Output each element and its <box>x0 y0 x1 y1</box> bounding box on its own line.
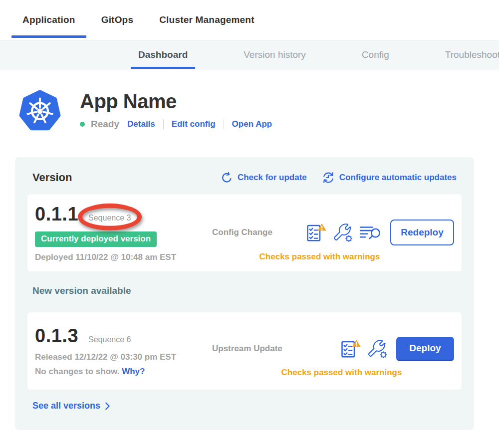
configure-automatic-updates-label: Configure automatic updates <box>339 173 457 183</box>
app-header-text: App Name Ready Details Edit config Open … <box>80 89 272 131</box>
kubernetes-logo-icon <box>19 89 61 131</box>
deploy-button[interactable]: Deploy <box>396 337 454 361</box>
tab-troubleshoot[interactable]: Troubleshoot <box>445 40 499 69</box>
version-source-label: Config Change <box>212 227 272 237</box>
no-changes-note: No changes to show. Why? <box>35 367 207 377</box>
tab-label: Dashboard <box>138 49 188 60</box>
app-name-title: App Name <box>80 90 272 112</box>
preflight-checklist-warning-icon[interactable] <box>340 339 361 359</box>
status-label: Ready <box>91 119 119 130</box>
released-timestamp: Released 12/12/22 @ 03:30 pm EST <box>35 352 207 362</box>
see-all-versions-label: See all versions <box>32 401 100 411</box>
nav-tab-label: Cluster Management <box>159 14 254 25</box>
version-icon-row <box>306 223 381 242</box>
version-actions: Check for update Configure automatic upd… <box>221 171 457 184</box>
secondary-nav: Dashboard Version history Config Trouble… <box>0 40 499 69</box>
check-for-update-label: Check for update <box>238 173 307 183</box>
app-header: App Name Ready Details Edit config Open … <box>19 89 499 131</box>
tab-version-history[interactable]: Version history <box>244 40 306 69</box>
config-wrench-icon[interactable] <box>368 339 387 359</box>
redeploy-button[interactable]: Redeploy <box>390 220 454 245</box>
view-diff-icon[interactable] <box>359 224 381 241</box>
version-icon-row <box>340 339 387 359</box>
nav-tab-label: GitOps <box>101 14 134 25</box>
active-tab-underline <box>131 67 195 69</box>
edit-config-link[interactable]: Edit config <box>172 119 216 129</box>
current-version-number: 0.1.1 <box>35 204 78 225</box>
no-changes-text: No changes to show. <box>35 367 119 376</box>
deployed-timestamp: Deployed 11/10/22 @ 10:48 am EST <box>35 252 207 262</box>
auto-update-icon <box>322 171 335 184</box>
app-status-row: Ready Details Edit config Open App <box>80 119 272 130</box>
current-version-info: 0.1.1 Sequence 3 Currently deployed vers… <box>35 204 207 262</box>
nav-tab-gitops[interactable]: GitOps <box>101 0 134 40</box>
why-link[interactable]: Why? <box>122 367 145 376</box>
open-app-link[interactable]: Open App <box>232 119 272 129</box>
version-card-header: Version Check for update Configure autom… <box>27 171 462 184</box>
nav-tab-cluster-management[interactable]: Cluster Management <box>159 0 254 40</box>
new-version-heading: New version available <box>32 285 462 296</box>
current-version-actions: Config Change <box>207 220 454 262</box>
available-version-actions: Upstream Update <box>207 337 454 378</box>
checks-status-text: Checks passed with warnings <box>196 252 443 262</box>
version-title: Version <box>32 171 72 184</box>
tab-label: Version history <box>244 49 306 60</box>
version-source-label: Upstream Update <box>212 344 282 354</box>
nav-tab-label: Application <box>22 14 75 25</box>
currently-deployed-badge: Currently deployed version <box>35 231 157 247</box>
chevron-right-icon <box>105 402 110 410</box>
config-wrench-icon[interactable] <box>333 223 353 242</box>
current-sequence-wrap: Sequence 3 <box>88 214 131 223</box>
tab-label: Config <box>362 49 389 60</box>
status-dot-icon <box>80 122 85 127</box>
tab-dashboard[interactable]: Dashboard <box>138 40 188 69</box>
available-sequence-label: Sequence 6 <box>88 335 131 344</box>
tab-label: Troubleshoot <box>445 49 499 60</box>
preflight-checklist-warning-icon[interactable] <box>306 223 327 242</box>
current-version-card: 0.1.1 Sequence 3 Currently deployed vers… <box>27 194 462 271</box>
available-version-number: 0.1.3 <box>35 325 78 347</box>
active-tab-underline <box>11 35 86 38</box>
current-sequence-label: Sequence 3 <box>88 214 131 222</box>
checks-status-text: Checks passed with warnings <box>218 368 465 378</box>
nav-tab-application[interactable]: Application <box>22 0 75 40</box>
divider <box>163 119 164 129</box>
available-version-info: 0.1.3 Sequence 6 Released 12/12/22 @ 03:… <box>35 325 207 377</box>
check-for-update-link[interactable]: Check for update <box>221 172 307 184</box>
tab-config[interactable]: Config <box>362 40 389 69</box>
primary-nav: Application GitOps Cluster Management <box>0 0 499 40</box>
configure-automatic-updates-link[interactable]: Configure automatic updates <box>322 171 457 184</box>
available-version-card: 0.1.3 Sequence 6 Released 12/12/22 @ 03:… <box>27 312 462 390</box>
see-all-versions-link[interactable]: See all versions <box>32 401 462 411</box>
version-card: Version Check for update Configure autom… <box>15 157 474 430</box>
details-link[interactable]: Details <box>127 119 155 129</box>
divider <box>224 119 224 129</box>
refresh-icon <box>221 172 233 184</box>
